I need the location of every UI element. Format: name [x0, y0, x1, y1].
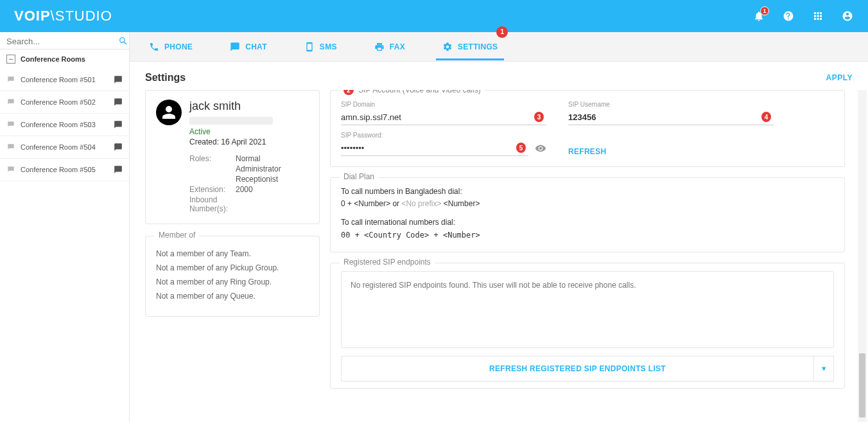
member-of-line: Not a member of any Queue.: [156, 292, 309, 301]
notification-badge: 1: [760, 6, 769, 15]
app-logo: VOIP\STUDIO: [14, 8, 112, 24]
inbound-label: Inbound Number(s):: [189, 195, 236, 213]
sip-username-field: SIP Username 4: [568, 101, 774, 125]
sip-password-label: SIP Password:: [341, 132, 546, 139]
sidebar-item-label: Conference Room #501: [21, 76, 96, 84]
chat-bubble-icon: [6, 75, 15, 84]
chat-bubble-icon: [6, 98, 15, 107]
sidebar-room-item[interactable]: Conference Room #502: [0, 91, 129, 114]
profile-card: jack smith Active Created: 16 April 2021…: [145, 90, 320, 224]
sip-domain-input[interactable]: [341, 112, 534, 122]
vertical-scrollbar[interactable]: [858, 90, 867, 422]
refresh-button[interactable]: REFRESH: [568, 147, 774, 156]
chat-icon[interactable]: [114, 120, 123, 129]
apps-icon[interactable]: [812, 10, 824, 22]
endpoints-legend: Registered SIP endpoints: [340, 258, 435, 267]
profile-status: Active: [189, 127, 281, 136]
sip-account-legend: 2 SIP Account (Voice and Video calls): [340, 90, 485, 95]
tab-phone[interactable]: PHONE: [145, 34, 196, 60]
sip-password-field: SIP Password: 5: [341, 132, 546, 156]
profile-email-redacted: [189, 117, 273, 125]
sip-refresh: REFRESH: [568, 147, 774, 156]
sip-account-section: 2 SIP Account (Voice and Video calls) SI…: [330, 90, 845, 167]
search-input[interactable]: [6, 37, 114, 46]
sip-username-label: SIP Username: [568, 101, 774, 108]
sidebar-item-label: Conference Room #503: [21, 121, 96, 128]
collapse-icon[interactable]: −: [6, 55, 15, 64]
dial-plan-code: 00 + <Country Code> + <Number>: [341, 229, 834, 242]
chat-bubble-icon: [6, 120, 15, 129]
page-title: Settings: [145, 72, 186, 84]
phone-icon: [149, 42, 159, 52]
roles-value: Administrator: [236, 164, 281, 173]
dial-plan-line: To call international numbers dial:: [341, 216, 834, 229]
search-icon[interactable]: [118, 36, 128, 46]
registered-endpoints-section: Registered SIP endpoints No registered S…: [330, 263, 845, 389]
sip-domain-field: SIP Domain 3: [341, 101, 546, 125]
chat-icon[interactable]: [114, 98, 123, 107]
sidebar-room-item[interactable]: Conference Room #503: [0, 114, 129, 136]
chat-icon: [230, 42, 240, 52]
chat-icon[interactable]: [114, 75, 123, 84]
app-header: VOIP\STUDIO 1: [0, 0, 868, 32]
tab-sms[interactable]: SMS: [300, 34, 341, 60]
smartphone-icon: [304, 42, 315, 52]
tab-chat[interactable]: CHAT: [226, 34, 271, 60]
notifications-icon[interactable]: 1: [752, 10, 765, 22]
profile-created: Created: 16 April 2021: [189, 137, 281, 146]
sidebar-item-label: Conference Room #502: [21, 98, 96, 106]
profile-name: jack smith: [189, 100, 281, 113]
sidebar-room-item[interactable]: Conference Room #505: [0, 159, 129, 181]
chat-icon[interactable]: [114, 165, 123, 174]
annotation-3: 3: [534, 112, 544, 122]
sidebar: − Conference Rooms Conference Room #501 …: [0, 32, 130, 422]
logo-part1: VOIP: [14, 8, 51, 24]
annotation-4: 4: [761, 112, 771, 122]
avatar: [156, 100, 182, 125]
help-icon[interactable]: [782, 10, 795, 22]
tab-fax[interactable]: FAX: [370, 34, 409, 60]
sidebar-room-item[interactable]: Conference Room #504: [0, 136, 129, 159]
sidebar-room-item[interactable]: Conference Room #501: [0, 69, 129, 91]
tab-settings[interactable]: SETTINGS 1: [438, 34, 501, 60]
settings-title-bar: Settings APPLY: [130, 62, 868, 90]
account-icon[interactable]: [841, 10, 854, 22]
sidebar-item-label: Conference Room #504: [21, 143, 96, 151]
tab-label: CHAT: [245, 42, 267, 51]
fax-icon: [374, 42, 385, 52]
refresh-endpoints-button-group: REFRESH REGISTERED SIP ENDPOINTS LIST ▾: [341, 356, 834, 382]
logo-part2: STUDIO: [55, 8, 112, 24]
roles-value: Receptionist: [236, 175, 278, 184]
show-password-icon[interactable]: [535, 143, 546, 154]
sidebar-search-row: [0, 32, 129, 49]
tab-label: SETTINGS: [458, 42, 498, 51]
member-of-line: Not a member of any Team.: [156, 249, 309, 258]
sidebar-section-title: Conference Rooms: [21, 55, 85, 63]
main-area: PHONE CHAT SMS FAX SETTINGS 1 Settings: [130, 32, 868, 422]
gear-icon: [442, 42, 453, 52]
sip-username-input[interactable]: [568, 112, 761, 122]
annotation-1: 1: [496, 26, 508, 38]
logo-separator: \: [51, 8, 55, 24]
sip-domain-label: SIP Domain: [341, 101, 546, 108]
member-of-legend: Member of: [155, 231, 199, 240]
sidebar-section-header[interactable]: − Conference Rooms: [0, 49, 129, 69]
refresh-endpoints-button[interactable]: REFRESH REGISTERED SIP ENDPOINTS LIST: [341, 356, 813, 382]
refresh-endpoints-dropdown[interactable]: ▾: [813, 356, 834, 382]
member-of-section: Member of Not a member of any Team. Not …: [145, 236, 320, 317]
roles-value: Normal: [236, 154, 261, 163]
scrollbar-thumb[interactable]: [859, 353, 865, 418]
extension-label: Extension:: [189, 185, 236, 194]
member-of-line: Not a member of any Pickup Group.: [156, 263, 309, 272]
annotation-2: 2: [343, 90, 354, 95]
chat-icon[interactable]: [114, 143, 123, 152]
chat-bubble-icon: [6, 143, 15, 152]
member-of-line: Not a member of any Ring Group.: [156, 277, 309, 286]
sip-password-input[interactable]: [341, 143, 516, 153]
chat-bubble-icon: [6, 165, 15, 174]
main-tabs: PHONE CHAT SMS FAX SETTINGS 1: [130, 32, 868, 62]
sidebar-item-label: Conference Room #505: [21, 166, 96, 173]
roles-label: Roles:: [189, 154, 236, 163]
apply-button[interactable]: APPLY: [826, 73, 853, 82]
tab-label: FAX: [390, 42, 405, 51]
